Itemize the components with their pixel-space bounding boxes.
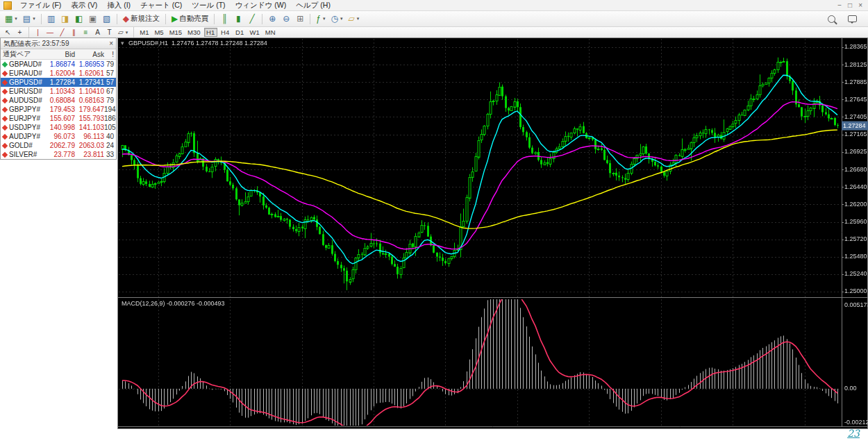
market-watch-title: 気配値表示: 23:57:59 [3, 39, 69, 49]
text-tool-button[interactable]: A [92, 28, 103, 37]
market-watch-row[interactable]: EURUSD#1.103431.1041067 [1, 87, 116, 96]
price-chart[interactable] [117, 37, 868, 429]
candlestick-chart-button[interactable]: ▮ [231, 12, 245, 26]
toolbar-separator [165, 14, 166, 24]
column-header-symbol[interactable]: 通貨ペア [1, 49, 42, 59]
column-header-ask[interactable]: Ask [75, 51, 104, 58]
toolbar-separator [133, 27, 134, 37]
market-watch-row[interactable]: AUDUSD#0.680840.6816379 [1, 96, 116, 105]
fibonacci-icon: ≡ [84, 29, 88, 36]
search-button[interactable] [824, 12, 838, 26]
close-button[interactable]: × [858, 1, 862, 9]
data-window-toggle[interactable]: ◨ [58, 12, 72, 26]
timeframe-m30[interactable]: M30 [185, 28, 202, 37]
vertical-line-tool-button[interactable]: | [32, 28, 44, 37]
dropdown-arrow-icon: ▾ [340, 16, 343, 22]
market-watch-row[interactable]: SILVER#23.77823.81133 [1, 150, 116, 159]
zoom-in-button[interactable]: ⊕ [265, 12, 279, 26]
profiles-icon: ▤ [23, 15, 31, 23]
column-header-spread[interactable]: ! [104, 51, 116, 58]
indicators-icon: ƒ [316, 15, 321, 23]
shapes-tool-button[interactable]: ▱▾ [115, 28, 131, 37]
down-tick-icon [2, 124, 8, 130]
toolbar-separator [28, 27, 29, 37]
spread-value: 33 [104, 151, 116, 158]
timeframe-m5[interactable]: M5 [152, 28, 165, 37]
toolbar-separator [214, 14, 215, 24]
market-watch-row[interactable]: AUDJPY#96.07396.11340 [1, 132, 116, 141]
line-chart-button[interactable]: ╱ [245, 12, 259, 26]
ask-value: 23.811 [75, 151, 104, 158]
market-watch-panel: 気配値表示: 23:57:59 × 通貨ペアBidAsk! GBPAUD#1.8… [0, 37, 117, 160]
symbol-name: EURAUD# [9, 69, 42, 77]
new-chart-button[interactable]: ▦▾ [2, 12, 20, 26]
new-chart-icon: ▦ [5, 15, 12, 23]
horizontal-line-icon: — [47, 29, 53, 36]
bid-value: 140.998 [42, 124, 75, 131]
symbol-name: USDJPY# [9, 124, 40, 131]
autotrading-button[interactable]: ▶自動売買 [169, 12, 211, 26]
tile-windows-button[interactable]: ⊞ [293, 12, 307, 26]
navigator-toggle[interactable]: ◧ [72, 12, 86, 26]
menu-charts[interactable]: チャート (C) [135, 0, 187, 11]
timeframe-mn[interactable]: MN [263, 28, 278, 37]
studies-toolbar-tools: ↖+|—╱∥≡AT▱▾ [2, 27, 137, 37]
down-tick-icon [2, 115, 8, 121]
strategy-tester-toggle[interactable]: ▧ [100, 12, 114, 26]
cursor-tool-button[interactable]: ↖ [2, 28, 14, 37]
periods-button[interactable]: ◷▾ [328, 12, 345, 26]
template-icon: ▱ [348, 15, 354, 23]
studies-toolbar: ↖+|—╱∥≡AT▱▾ M1M5M15M30H1H4D1W1MN [0, 27, 868, 38]
timeframe-h4[interactable]: H4 [219, 28, 232, 37]
bid-value: 1.27284 [42, 78, 75, 86]
new-order-button[interactable]: ◆新規注文 [120, 12, 162, 26]
market-watch-row[interactable]: GBPUSD#1.272841.2734157 [1, 78, 116, 87]
down-tick-icon [2, 97, 8, 103]
timeframe-m15[interactable]: M15 [167, 28, 184, 37]
templates-button[interactable]: ▱▾ [345, 12, 362, 26]
restore-button[interactable]: □ [848, 1, 852, 9]
close-icon[interactable]: × [109, 40, 113, 47]
market-watch-row[interactable]: EURJPY#155.607155.793186 [1, 114, 116, 123]
zoom-in-icon: ⊕ [269, 15, 276, 23]
fibonacci-tool-button[interactable]: ≡ [80, 28, 92, 37]
market-watch-rows: GBPAUD#1.868741.8695379EURAUD#1.620041.6… [1, 60, 116, 159]
crosshair-tool-button[interactable]: + [14, 28, 26, 37]
bid-value: 23.778 [42, 151, 75, 158]
market-watch-toggle[interactable]: ▥ [44, 12, 58, 26]
down-tick-icon [2, 142, 8, 148]
market-watch-row[interactable]: GBPAUD#1.868741.8695379 [1, 60, 116, 69]
market-watch-row[interactable]: GOLD#2062.792063.0324 [1, 141, 116, 150]
column-header-bid[interactable]: Bid [42, 51, 75, 58]
timeframe-h1[interactable]: H1 [204, 28, 217, 37]
menu-help[interactable]: ヘルプ (H) [291, 0, 335, 11]
menu-view[interactable]: 表示 (V) [66, 0, 102, 11]
dropdown-arrow-icon: ▾ [323, 16, 326, 22]
profiles-button[interactable]: ▤▾ [20, 12, 38, 26]
market-watch-row[interactable]: GBPJPY#179.453179.647194 [1, 105, 116, 114]
market-watch-row[interactable]: EURAUD#1.620041.6206157 [1, 69, 116, 78]
indicators-button[interactable]: ƒ▾ [313, 12, 328, 26]
ask-value: 179.647 [75, 106, 104, 113]
app-icon [3, 1, 12, 10]
terminal-toggle[interactable]: ▣ [86, 12, 100, 26]
toolbar-separator [262, 14, 262, 24]
menu-insert[interactable]: 挿入 (I) [102, 0, 135, 11]
timeframe-m1[interactable]: M1 [137, 28, 151, 37]
menu-file[interactable]: ファイル (F) [15, 0, 66, 11]
timeframe-d1[interactable]: D1 [233, 28, 247, 37]
trendline-tool-button[interactable]: ╱ [56, 28, 68, 37]
menu-tools[interactable]: ツール (T) [187, 0, 230, 11]
label-tool-button[interactable]: T [103, 28, 115, 37]
channel-tool-button[interactable]: ∥ [68, 28, 80, 37]
menu-window[interactable]: ウィンドウ (W) [231, 0, 292, 11]
minimize-button[interactable]: − [837, 1, 842, 9]
zoom-out-button[interactable]: ⊖ [279, 12, 293, 26]
market-watch-row[interactable]: USDJPY#140.998141.103105 [1, 123, 116, 132]
bar-chart-button[interactable]: ║ [217, 12, 231, 26]
timeframe-w1[interactable]: W1 [248, 28, 262, 37]
timeframe-buttons: M1M5M15M30H1H4D1W1MN [137, 28, 278, 37]
bid-value: 1.10343 [42, 87, 75, 95]
horizontal-line-tool-button[interactable]: — [44, 28, 56, 37]
chat-button[interactable] [845, 12, 860, 26]
